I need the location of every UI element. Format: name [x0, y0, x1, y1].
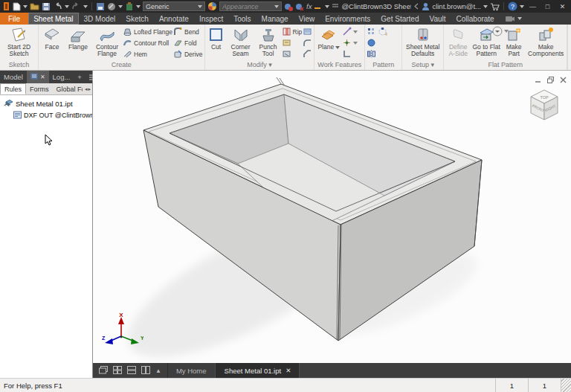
new-file-dropdown[interactable]	[23, 5, 28, 8]
tab-file[interactable]: File	[0, 13, 28, 25]
browser-tab-log[interactable]: Log...	[49, 71, 74, 83]
contour-roll-button[interactable]: Contour Roll	[123, 37, 172, 48]
tile-vertical-icon[interactable]	[141, 366, 150, 376]
save-button[interactable]	[42, 1, 51, 11]
make-components-button[interactable]: Make Components	[526, 26, 565, 57]
rip-button[interactable]: Rip	[282, 26, 303, 37]
ribbon-options-button[interactable]	[492, 26, 509, 36]
tile-horizontal-icon[interactable]	[127, 366, 136, 376]
circular-pattern-button[interactable]: 4	[378, 27, 387, 36]
underline-tool-icon[interactable]	[314, 1, 323, 11]
view-cube[interactable]: TOP FRONT RIGHT	[523, 84, 565, 127]
start-2d-sketch-button[interactable]: Start 2D Sketch	[4, 26, 35, 57]
measure-dropdown[interactable]	[118, 5, 123, 8]
panel-label-flat-pattern[interactable]: Flat Pattern	[444, 60, 567, 70]
subtab-forms[interactable]: Forms	[26, 83, 53, 94]
panel-label-sketch[interactable]: Sketch	[0, 60, 38, 70]
tile-windows-icon[interactable]	[113, 366, 122, 376]
close-document-icon[interactable]: ✕	[286, 367, 291, 374]
browser-tab-ilogic[interactable]: ✕	[27, 71, 49, 83]
hamburger-small-icon[interactable]	[332, 1, 339, 11]
tab-manage[interactable]: Manage	[257, 13, 294, 25]
undo-button[interactable]	[53, 1, 62, 11]
tab-inspect[interactable]: Inspect	[194, 13, 228, 25]
store-cart-icon[interactable]	[490, 1, 500, 11]
subtab-scroll-right-icon[interactable]: ▸	[88, 86, 91, 92]
bend-button[interactable]: Bend	[173, 26, 203, 37]
fx-parameters-button[interactable]: fx	[306, 2, 312, 10]
sphere-pattern-button[interactable]	[367, 38, 376, 48]
subtab-scroll-left-icon[interactable]: ◂	[85, 86, 88, 92]
rectangular-pattern-button[interactable]	[367, 27, 376, 36]
tab-vault[interactable]: Vault	[424, 13, 451, 25]
adjust-color-button[interactable]	[284, 1, 293, 11]
maximize-button[interactable]: □	[541, 3, 554, 10]
thread-button[interactable]	[303, 26, 312, 37]
browser-tab-close-icon[interactable]: ✕	[40, 74, 45, 80]
fold-button[interactable]: Fold	[173, 37, 203, 48]
axis-button[interactable]	[342, 26, 358, 37]
panel-label-pattern[interactable]: Pattern	[365, 60, 401, 70]
measure-button[interactable]	[107, 1, 116, 11]
point-button[interactable]	[342, 37, 358, 48]
panel-label-work-features[interactable]: Work Features	[314, 60, 364, 70]
tree-root-item[interactable]: Sheet Metal 01.ipt	[0, 97, 92, 109]
search-collapse-icon[interactable]	[413, 1, 419, 11]
panel-label-setup[interactable]: Setup ▾	[402, 60, 443, 70]
panel-label-create[interactable]: Create	[39, 60, 204, 70]
new-file-button[interactable]	[13, 1, 21, 11]
tab-sheet-metal[interactable]: Sheet Metal	[28, 13, 78, 25]
underline-dropdown[interactable]	[325, 5, 329, 8]
capture-tab-icon[interactable]	[500, 13, 527, 25]
resize-grip[interactable]	[561, 379, 571, 392]
subtab-rules[interactable]: Rules	[0, 83, 26, 94]
corner-chamfer-button[interactable]	[303, 48, 312, 60]
material-dropdown[interactable]: Generic	[143, 1, 205, 11]
tab-my-home[interactable]: My Home	[167, 363, 216, 378]
close-button[interactable]: ✕	[556, 3, 569, 10]
panel-label-modify[interactable]: Modify ▾	[205, 60, 314, 70]
punch-tool-button[interactable]: Punch Tool	[256, 26, 281, 57]
iproperties-dropdown[interactable]	[136, 5, 141, 8]
help-icon[interactable]: ?	[508, 1, 517, 11]
redo-dropdown[interactable]	[83, 5, 88, 8]
graphics-window[interactable]: TOP FRONT RIGHT X Y Z	[93, 71, 571, 363]
iproperties-button[interactable]	[125, 1, 134, 11]
minimize-button[interactable]: —	[526, 3, 539, 10]
ucs-button[interactable]	[342, 48, 358, 60]
clear-appearance-button[interactable]	[295, 1, 304, 11]
tab-collaborate[interactable]: Collaborate	[451, 13, 500, 25]
derive-button[interactable]: Derive	[173, 48, 203, 60]
lofted-flange-button[interactable]: Lofted Flange	[123, 26, 172, 37]
tab-get-started[interactable]: Get Started	[375, 13, 424, 25]
flange-button[interactable]: Flange	[65, 26, 91, 51]
cut-button[interactable]: Cut	[207, 26, 226, 51]
cascade-windows-icon[interactable]	[99, 366, 108, 376]
subtab-global-forms[interactable]: Global Form	[53, 83, 83, 94]
user-avatar-icon[interactable]	[422, 1, 430, 11]
redo-button[interactable]	[71, 1, 81, 11]
tree-rule-item[interactable]: DXF OUT @ClintBrown3D	[0, 109, 92, 121]
help-caret[interactable]	[520, 5, 524, 8]
unfold-button[interactable]	[282, 37, 303, 48]
plane-button[interactable]: Plane	[316, 26, 341, 51]
mirror-button[interactable]	[367, 49, 376, 59]
browser-tab-add[interactable]: +	[74, 71, 86, 83]
tab-sheet-metal-document[interactable]: Sheet Metal 01.ipt ✕	[216, 363, 300, 378]
open-button[interactable]	[30, 1, 39, 11]
corner-round-button[interactable]	[303, 37, 312, 48]
update-button[interactable]	[96, 1, 105, 11]
panel-label-user-commands[interactable]: User Commands	[568, 60, 571, 70]
corner-seam-button[interactable]: Corner Seam	[227, 26, 255, 57]
tab-environments[interactable]: Environments	[320, 13, 375, 25]
appearance-wheel-icon[interactable]	[207, 1, 217, 11]
sheet-metal-box-model[interactable]	[93, 71, 570, 363]
user-account-button[interactable]: clint.brown@t...	[432, 2, 481, 10]
tab-annotate[interactable]: Annotate	[154, 13, 194, 25]
hem-button[interactable]: Hem	[123, 48, 172, 60]
collapse-tab-bar-icon[interactable]: ▲	[155, 367, 161, 374]
face-button[interactable]: Face	[40, 26, 64, 51]
user-account-caret[interactable]	[483, 5, 488, 8]
browser-tab-model[interactable]: Model	[0, 71, 27, 83]
undo-dropdown[interactable]	[65, 5, 69, 8]
